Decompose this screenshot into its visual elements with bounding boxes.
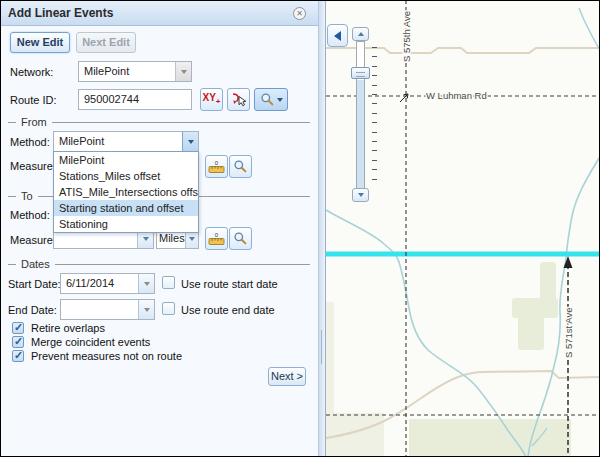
from-section-header: From [8,116,310,128]
zoom-slider-ticks [372,47,377,187]
chevron-left-icon [334,31,341,41]
network-combo-arrow[interactable] [175,62,191,81]
dropdown-option[interactable]: Starting station and offset [54,200,198,216]
chevron-down-icon [181,70,187,74]
panel-splitter[interactable] [318,0,325,457]
route-id-input[interactable]: 950002744 [78,89,192,110]
chevron-down-icon [144,308,150,312]
dropdown-option[interactable]: Stationing [54,216,198,232]
ruler-measure-icon: 0 [208,159,225,175]
green-area [518,316,544,350]
method-dropdown-list: MilePoint Stations_Miles offset ATIS_Mil… [53,151,199,233]
new-edit-button[interactable]: New Edit [10,32,70,53]
prevent-measures-label: Prevent measures not on route [31,350,182,362]
road-label-vertical-top: S 575th Ave [401,11,412,62]
ruler-measure-icon: 0 [208,231,225,247]
start-date-label: Start Date: [8,278,61,290]
end-date-label: End Date: [8,304,57,316]
route-search-menu-button[interactable] [254,88,288,111]
panel-title: Add Linear Events [8,6,113,20]
chevron-down-icon [143,237,149,241]
to-measure-search-button[interactable] [229,227,252,250]
search-icon [233,231,248,246]
from-legend: From [21,116,47,128]
chevron-down-icon [188,140,194,144]
green-area [512,298,558,318]
chevron-down-icon [189,237,195,241]
splitter-grip [321,330,322,364]
retire-overlaps-checkbox[interactable] [12,322,24,334]
chevron-down-icon [358,193,364,197]
select-on-map-button[interactable] [227,88,250,111]
from-method-combo[interactable]: MilePoint [53,131,199,152]
search-icon [260,92,275,107]
xy-coordinate-button[interactable]: XY+ [200,88,223,111]
network-value: MilePoint [79,62,175,81]
svg-text:0: 0 [215,160,219,166]
dropdown-option[interactable]: ATIS_Mile_Intersections offset [54,184,198,200]
network-label: Network: [10,66,53,78]
to-measure-on-map-button[interactable]: 0 [205,227,228,250]
from-measure-on-map-button[interactable]: 0 [205,155,228,178]
green-area [326,413,384,457]
use-route-start-label: Use route start date [181,278,278,290]
dropdown-option[interactable]: MilePoint [54,152,198,168]
zoom-slider-handle[interactable] [351,67,370,79]
from-method-label: Method: [10,136,50,148]
merge-coincident-checkbox[interactable] [12,336,24,348]
xy-icon: XY+ [202,93,220,107]
add-linear-events-panel: Add Linear Events ✕ New Edit Next Edit N… [0,0,318,457]
to-method-label: Method: [10,209,50,221]
green-area [409,419,571,457]
start-date-combo-arrow[interactable] [138,274,154,293]
road-label-horizontal: W Luhman Rd [426,90,487,101]
next-edit-button: Next Edit [76,32,136,53]
use-route-end-checkbox[interactable] [162,302,175,315]
zoom-slider-track[interactable] [356,41,365,189]
end-date-combo[interactable] [60,299,155,320]
from-method-value: MilePoint [54,132,182,151]
panel-collapse-button[interactable] [327,24,348,47]
start-date-value: 6/11/2014 [61,274,138,293]
from-measure-search-button[interactable] [229,155,252,178]
svg-text:0: 0 [215,232,219,238]
zoom-slider-fill [357,80,364,188]
zoom-out-button[interactable] [352,188,369,202]
end-date-combo-arrow[interactable] [138,300,154,319]
chevron-down-icon [144,282,150,286]
from-measure-label: Measure: [10,160,56,172]
route-pointer-icon [230,92,247,108]
use-route-start-checkbox[interactable] [162,276,175,289]
zoom-in-button[interactable] [352,27,369,41]
search-icon [233,159,248,174]
to-legend: To [21,190,33,202]
prevent-measures-checkbox[interactable] [12,350,24,362]
from-method-combo-arrow[interactable] [182,132,198,151]
dropdown-option[interactable]: Stations_Miles offset [54,168,198,184]
network-combo[interactable]: MilePoint [78,61,192,82]
close-icon[interactable]: ✕ [293,7,306,20]
panel-title-bar: Add Linear Events ✕ [0,0,318,26]
retire-overlaps-label: Retire overlaps [31,322,105,334]
start-date-combo[interactable]: 6/11/2014 [60,273,155,294]
route-id-label: Route ID: [10,94,56,106]
road-label-vertical-right: S 571st Ave [563,307,574,358]
dates-section-header: Dates [8,258,310,270]
dates-legend: Dates [21,258,50,270]
end-date-value [61,300,138,319]
to-measure-label: Measure: [10,234,56,246]
chevron-down-icon [277,98,283,102]
chevron-up-icon [358,32,364,36]
next-button[interactable]: Next > [268,367,306,386]
use-route-end-label: Use route end date [181,304,275,316]
merge-coincident-label: Merge coincident events [31,336,150,348]
